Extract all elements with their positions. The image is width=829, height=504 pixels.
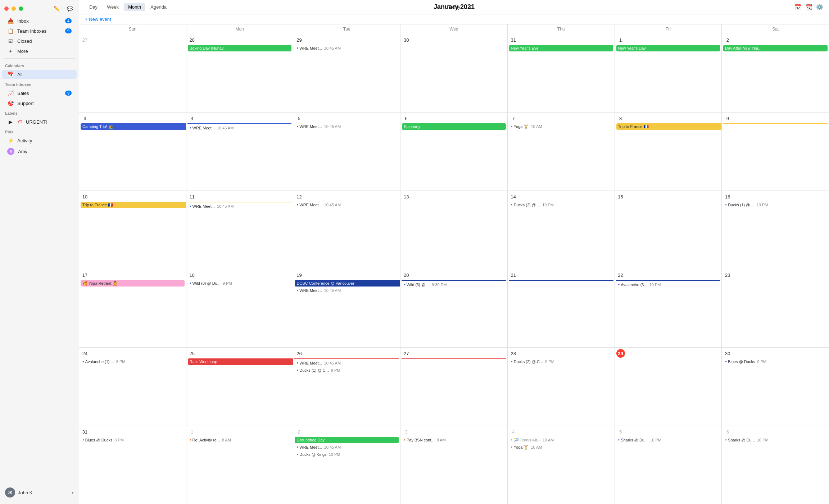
day-cell-w5-d1[interactable]: 1Re: Activity re...8 AM	[186, 426, 294, 504]
day-cell-w5-d4[interactable]: 4🎾 Tennis wit...10 AMYoga 🏋️10 AM	[508, 426, 615, 504]
maximize-window-btn[interactable]	[19, 6, 23, 11]
compose-icon[interactable]: ✏️	[52, 5, 61, 12]
settings-icon[interactable]: ⚙️	[816, 4, 823, 10]
close-window-btn[interactable]	[4, 6, 9, 11]
event-pill-w1-d6-e0[interactable]	[723, 123, 828, 124]
day-cell-w3-d5[interactable]: 22Avalanche (3...10 PM	[615, 269, 722, 347]
event-pill-w1-d5-e0[interactable]: Trip to France 🇫🇷	[616, 123, 722, 130]
event-pill-w0-d5-e0[interactable]: New Year's Day	[616, 45, 720, 51]
event-pill-w2-d1-e0[interactable]	[187, 202, 292, 202]
day-cell-w1-d5[interactable]: 8Trip to France 🇫🇷	[615, 113, 722, 191]
event-pill-w5-d0-e0[interactable]: Blues @ Ducks8 PM	[81, 437, 185, 443]
day-cell-w4-d1[interactable]: 25Rails Workshop	[186, 348, 294, 426]
day-cell-w1-d2[interactable]: 5WRE Meet...10:45 AM	[293, 113, 400, 191]
day-cell-w0-d4[interactable]: 31New Year's Eve	[508, 34, 615, 112]
day-cell-w1-d4[interactable]: 7Yoga 🏋️10 AM	[508, 113, 615, 191]
event-pill-w3-d3-e1[interactable]: Wild (3) @ ...9:30 PM	[402, 281, 506, 288]
sidebar-item-all-calendars[interactable]: 📅 All	[2, 70, 77, 79]
event-pill-w1-d3-e0[interactable]: Epiphany	[402, 123, 506, 130]
day-cell-w0-d6[interactable]: 2Day After New Yea...	[722, 34, 829, 112]
event-pill-w3-d5-e0[interactable]	[616, 280, 720, 281]
day-cell-w4-d2[interactable]: 26WRE Meet...10:45 AMDucks (1) @ C...9 P…	[293, 348, 400, 426]
day-cell-w2-d6[interactable]: 16Ducks (1) @ ...10 PM	[722, 191, 829, 269]
day-cell-w0-d5[interactable]: 1New Year's Day	[615, 34, 722, 112]
day-cell-w3-d3[interactable]: 20Wild (3) @ ...9:30 PM	[400, 269, 508, 347]
prev-month-button[interactable]: ‹	[435, 3, 441, 11]
new-event-button[interactable]: + New event	[85, 17, 111, 22]
day-cell-w1-d3[interactable]: 6Epiphany	[400, 113, 508, 191]
calendar-view-icon[interactable]: 📆	[805, 4, 812, 10]
event-pill-w3-d2-e0[interactable]: DCSC Conference @ Vancouver	[295, 280, 400, 287]
event-pill-w1-d0-e0[interactable]: Camping Trip! 🏕️	[81, 123, 186, 130]
sidebar-item-more[interactable]: + More	[2, 46, 77, 56]
event-pill-w3-d2-e1[interactable]: WRE Meet...10:45 AM	[295, 287, 399, 294]
event-pill-w3-d4-e0[interactable]	[509, 280, 613, 281]
event-pill-w0-d6-e0[interactable]: Day After New Yea...	[723, 45, 828, 51]
event-pill-w4-d4-e0[interactable]: Ducks (2) @ C...9 PM	[509, 358, 613, 365]
event-pill-w5-d2-e1[interactable]: WRE Meet...10:45 AM	[295, 444, 399, 450]
event-pill-w5-d6-e0[interactable]: Sharks @ Du...10 PM	[723, 437, 828, 443]
today-button[interactable]: Today	[444, 3, 465, 11]
event-pill-w5-d5-e0[interactable]: Sharks @ Du...10 PM	[616, 437, 720, 443]
day-cell-w2-d4[interactable]: 14Ducks (2) @ ...10 PM	[508, 191, 615, 269]
day-cell-w0-d2[interactable]: 29WRE Meet...10:45 AM	[293, 34, 400, 112]
sidebar-item-amy[interactable]: A Amy	[2, 146, 77, 157]
day-cell-w5-d2[interactable]: 2Groundhog DayWRE Meet...10:45 AMDucks @…	[293, 426, 400, 504]
sidebar-item-sales[interactable]: 📈 Sales 9	[2, 88, 77, 98]
event-pill-w4-d2-e1[interactable]: WRE Meet...10:45 AM	[295, 360, 399, 366]
event-pill-w4-d2-e0[interactable]	[294, 358, 399, 359]
event-pill-w1-d2-e0[interactable]: WRE Meet...10:45 AM	[295, 123, 399, 130]
event-pill-w1-d4-e0[interactable]: Yoga 🏋️10 AM	[509, 123, 613, 130]
sidebar-item-support[interactable]: 🎯 Support	[2, 98, 77, 108]
sidebar-item-inbox[interactable]: 📥 Inbox 4	[2, 16, 77, 26]
event-pill-w5-d2-e0[interactable]: Groundhog Day	[295, 437, 399, 443]
event-pill-w4-d3-e0[interactable]	[402, 358, 506, 359]
day-cell-w4-d4[interactable]: 28Ducks (2) @ C...9 PM	[508, 348, 615, 426]
day-cell-w5-d5[interactable]: 5Sharks @ Du...10 PM	[615, 426, 722, 504]
event-pill-w4-d0-e0[interactable]: Avalanche (1) ...8 PM	[81, 358, 185, 365]
sidebar-item-closed[interactable]: ☑ Closed	[2, 36, 77, 46]
event-pill-w5-d4-e0[interactable]: 🎾 Tennis wit...10 AM	[509, 437, 613, 443]
event-pill-w3-d5-e1[interactable]: Avalanche (3...10 PM	[616, 281, 720, 288]
event-pill-w1-d1-e1[interactable]: WRE Meet...10:45 AM	[188, 125, 292, 131]
event-pill-w5-d1-e0[interactable]: Re: Activity re...8 AM	[188, 437, 292, 443]
day-cell-w2-d5[interactable]: 15	[615, 191, 722, 269]
day-cell-w3-d1[interactable]: 18Wild (0) @ Du...9 PM	[186, 269, 294, 347]
event-pill-w5-d3-e0[interactable]: Pay BSN cont...8 AM	[402, 437, 506, 443]
day-cell-w2-d1[interactable]: 11WRE Meet...10:45 AM	[186, 191, 294, 269]
calendar-add-icon[interactable]: 📅	[794, 4, 802, 10]
day-cell-w5-d3[interactable]: 3Pay BSN cont...8 AM	[400, 426, 508, 504]
day-cell-w2-d0[interactable]: 10Trip to France 🇫🇷	[79, 191, 186, 269]
event-pill-w3-d3-e0[interactable]	[402, 280, 506, 281]
day-cell-w0-d3[interactable]: 30	[400, 34, 508, 112]
day-cell-w1-d0[interactable]: 3Camping Trip! 🏕️	[79, 113, 186, 191]
day-cell-w2-d2[interactable]: 12WRE Meet...10:45 AM	[293, 191, 400, 269]
event-pill-w5-d2-e2[interactable]: Ducks @ Kings10 PM	[295, 451, 399, 458]
day-cell-w3-d0[interactable]: 17🥰 Yoga Retreat 💆	[79, 269, 186, 347]
day-cell-w4-d0[interactable]: 24Avalanche (1) ...8 PM	[79, 348, 186, 426]
sidebar-item-team-inboxes[interactable]: 📋 Team Inboxes 9	[2, 26, 77, 36]
next-month-button[interactable]: ›	[467, 3, 473, 11]
day-cell-w4-d3[interactable]: 27	[400, 348, 508, 426]
day-cell-w5-d6[interactable]: 6Sharks @ Du...10 PM	[722, 426, 829, 504]
event-pill-w5-d4-e1[interactable]: Yoga 🏋️10 AM	[509, 444, 613, 450]
event-pill-w2-d0-e0[interactable]: Trip to France 🇫🇷	[81, 202, 186, 208]
day-cell-w3-d4[interactable]: 21	[508, 269, 615, 347]
event-pill-w2-d1-e1[interactable]: WRE Meet...10:45 AM	[188, 203, 292, 210]
event-pill-w0-d1-e0[interactable]: Boxing Day (Nunav...	[188, 45, 292, 51]
tab-day[interactable]: Day	[85, 3, 102, 11]
event-pill-w0-d2-e0[interactable]: WRE Meet...10:45 AM	[295, 45, 399, 51]
tab-month[interactable]: Month	[124, 3, 145, 11]
day-cell-w0-d1[interactable]: 28Boxing Day (Nunav...	[186, 34, 294, 112]
event-pill-w3-d1-e0[interactable]: Wild (0) @ Du...9 PM	[188, 280, 292, 287]
event-pill-w2-d6-e0[interactable]: Ducks (1) @ ...10 PM	[723, 202, 828, 208]
event-pill-w4-d1-e0[interactable]: Rails Workshop	[188, 358, 293, 365]
event-pill-w4-d6-e0[interactable]: Blues @ Ducks9 PM	[723, 358, 828, 365]
minimize-window-btn[interactable]	[12, 6, 16, 11]
tab-week[interactable]: Week	[103, 3, 123, 11]
sidebar-item-activity[interactable]: ⚡ Activity	[2, 136, 77, 145]
day-cell-w1-d1[interactable]: 4WRE Meet...10:45 AM	[186, 113, 294, 191]
event-pill-w0-d4-e0[interactable]: New Year's Eve	[509, 45, 613, 51]
day-cell-w4-d6[interactable]: 30Blues @ Ducks9 PM	[722, 348, 829, 426]
day-cell-w0-d0[interactable]: 27	[79, 34, 186, 112]
